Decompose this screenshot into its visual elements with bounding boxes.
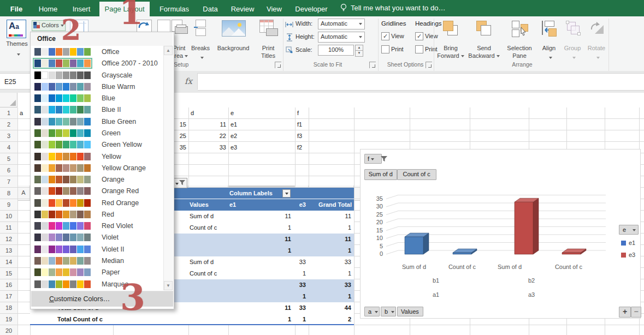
- color-theme-red[interactable]: Red: [31, 209, 162, 220]
- cell-E1[interactable]: e: [231, 107, 293, 119]
- color-theme-violet[interactable]: Violet: [31, 232, 162, 243]
- formula-input[interactable]: [198, 73, 644, 91]
- row-header-8[interactable]: 8: [0, 188, 18, 199]
- cell-D2[interactable]: 11: [191, 119, 226, 130]
- cell-E4[interactable]: e3: [231, 142, 293, 153]
- color-theme-blue-green[interactable]: Blue Green: [31, 116, 162, 128]
- row-header-3[interactable]: 3: [0, 130, 18, 142]
- row-header-18[interactable]: 18: [0, 302, 18, 314]
- chart-bar-face[interactable]: [515, 202, 533, 254]
- row-header-9[interactable]: 9: [0, 199, 18, 211]
- gridlines-print-checkbox[interactable]: ✓: [381, 45, 389, 53]
- colors-menu-scrollbar[interactable]: ▲ ▼: [163, 46, 173, 290]
- name-box[interactable]: E25: [0, 73, 33, 89]
- scroll-down-button[interactable]: ▼: [164, 281, 173, 290]
- row-header-14[interactable]: 14: [0, 256, 18, 268]
- chart-legend-field-button[interactable]: e: [619, 225, 639, 235]
- color-theme-paper[interactable]: Paper: [31, 267, 162, 278]
- row-header-19[interactable]: 19: [0, 314, 18, 325]
- row-header-5[interactable]: 5: [0, 153, 18, 165]
- color-theme-red-orange[interactable]: Red Orange: [31, 198, 162, 209]
- fx-icon[interactable]: fx: [181, 74, 196, 88]
- bring-forward-button[interactable]: Bring Forward: [436, 19, 465, 69]
- chart-bar-face[interactable]: [405, 237, 423, 254]
- background-button[interactable]: Background: [214, 19, 252, 69]
- color-theme-office[interactable]: Office: [31, 46, 162, 58]
- customize-colors-item[interactable]: Customize Colors…: [31, 291, 173, 307]
- cell-E2[interactable]: e1: [231, 119, 293, 130]
- row-header-15[interactable]: 15: [0, 268, 18, 279]
- headings-print-checkbox[interactable]: ✓: [415, 45, 423, 53]
- tab-page-layout[interactable]: Page Layout: [99, 2, 150, 16]
- chart-bar-face[interactable]: [533, 198, 539, 254]
- pivot-row[interactable]: Total Count of c112: [30, 314, 354, 325]
- cell-D1[interactable]: d: [191, 107, 226, 119]
- row-header-11[interactable]: 11: [0, 222, 18, 234]
- cell-E3[interactable]: e2: [231, 130, 293, 142]
- row-header-17[interactable]: 17: [0, 291, 18, 302]
- chart-bar-face[interactable]: [562, 253, 581, 254]
- cell-D4[interactable]: 33: [191, 142, 226, 153]
- tab-developer[interactable]: Developer: [289, 2, 333, 16]
- width-combo[interactable]: Automatic: [318, 19, 365, 29]
- chart-filter-field-button[interactable]: f: [364, 154, 382, 164]
- chart-zoom-in-button[interactable]: +: [619, 307, 631, 318]
- pivot-column-labels-filter-button[interactable]: [282, 189, 291, 198]
- color-theme-green-yellow[interactable]: Green Yellow: [31, 139, 162, 151]
- row-header-20[interactable]: 20: [0, 325, 18, 335]
- themes-button[interactable]: Aa Themes: [4, 19, 29, 69]
- scale-spinner[interactable]: 100%: [318, 45, 354, 56]
- row-header-13[interactable]: 13: [0, 245, 18, 256]
- color-theme-yellow[interactable]: Yellow: [31, 151, 162, 163]
- tab-formulas[interactable]: Formulas: [154, 2, 194, 16]
- tab-home[interactable]: Home: [33, 2, 63, 16]
- cell-A1[interactable]: a: [20, 107, 28, 119]
- row-header-6[interactable]: 6: [0, 165, 18, 176]
- headings-view-checkbox[interactable]: ✓: [415, 32, 423, 40]
- cell-F2[interactable]: f1: [297, 119, 306, 130]
- group-button[interactable]: Group: [562, 19, 583, 69]
- gridlines-view-checkbox[interactable]: ✓: [381, 32, 389, 40]
- page-setup-dialog-launcher[interactable]: [275, 62, 281, 68]
- scale-spin-down[interactable]: ▼: [355, 50, 363, 57]
- chart-axis-field-button-Values[interactable]: Values: [397, 307, 423, 316]
- row-header-4[interactable]: 4: [0, 142, 18, 153]
- colors-button[interactable]: Colors: [32, 20, 66, 31]
- rotate-button[interactable]: Rotate: [584, 19, 608, 69]
- color-theme-yellow-orange[interactable]: Yellow Orange: [31, 163, 162, 174]
- color-theme-blue-ii[interactable]: Blue II: [31, 104, 162, 116]
- color-theme-violet-ii[interactable]: Violet II: [31, 244, 162, 255]
- color-theme-grayscale[interactable]: Grayscale: [31, 70, 162, 81]
- color-theme-office-2007-2010[interactable]: Office 2007 - 2010: [31, 58, 162, 69]
- tab-insert[interactable]: Insert: [68, 2, 95, 16]
- tab-review[interactable]: Review: [226, 2, 259, 16]
- chart-bar-face[interactable]: [453, 253, 471, 254]
- row-header-10[interactable]: 10: [0, 211, 18, 222]
- tab-view[interactable]: View: [262, 2, 286, 16]
- cell-F1[interactable]: f: [297, 107, 306, 119]
- tell-me-box[interactable]: Tell me what you want to do…: [340, 0, 445, 16]
- row-header-7[interactable]: 7: [0, 176, 18, 188]
- select-all-corner[interactable]: [0, 93, 17, 107]
- color-theme-orange[interactable]: Orange: [31, 174, 162, 186]
- color-theme-marquee[interactable]: Marquee: [31, 279, 162, 290]
- tab-file[interactable]: File: [4, 2, 28, 16]
- color-theme-red-violet[interactable]: Red Violet: [31, 220, 162, 232]
- color-theme-blue-warm[interactable]: Blue Warm: [31, 81, 162, 93]
- tab-data[interactable]: Data: [198, 2, 223, 16]
- color-theme-blue[interactable]: Blue: [31, 93, 162, 104]
- color-theme-median[interactable]: Median: [31, 255, 162, 267]
- legend-item-e3[interactable]: e3: [621, 252, 640, 258]
- chart-value-field-button[interactable]: Count of c: [397, 169, 436, 180]
- row-header-12[interactable]: 12: [0, 234, 18, 245]
- scroll-up-button[interactable]: ▲: [164, 46, 173, 55]
- pivot-filter-button[interactable]: [174, 178, 187, 188]
- pivot-chart[interactable]: f Sum of dCount of c 05101520253035 Sum …: [360, 149, 641, 319]
- chart-value-field-button[interactable]: Sum of d: [364, 169, 397, 180]
- cell-F3[interactable]: f3: [297, 130, 306, 142]
- legend-item-e1[interactable]: e1: [621, 240, 640, 246]
- chart-zoom-out-button[interactable]: −: [631, 307, 641, 318]
- row-header-16[interactable]: 16: [0, 279, 18, 291]
- row-header-1[interactable]: 1: [0, 107, 18, 119]
- height-combo[interactable]: Automatic: [318, 32, 365, 43]
